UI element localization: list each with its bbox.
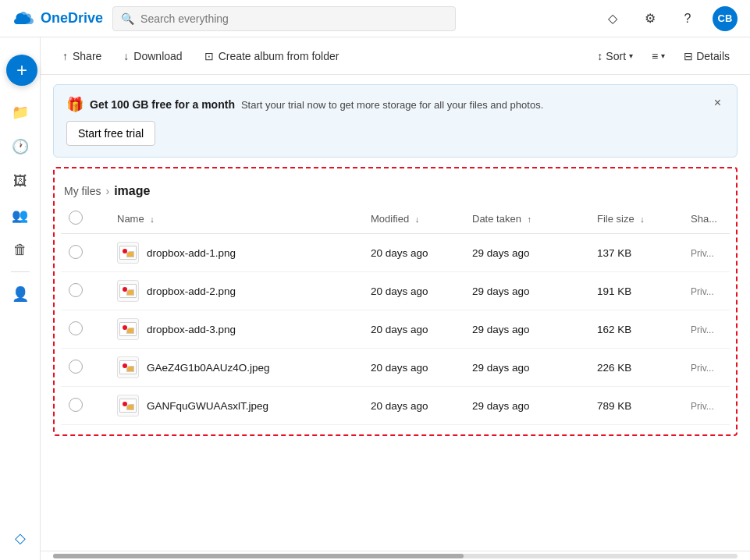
- banner-close-button[interactable]: ×: [711, 96, 724, 110]
- sidebar-item-shared[interactable]: 👥: [5, 200, 36, 231]
- file-thumbnail: [117, 395, 139, 416]
- file-area: My files › image Name: [41, 167, 750, 551]
- create-album-button[interactable]: ⊡ Create album from folder: [195, 45, 349, 67]
- row-name-cell: GAeZ4G1b0AAUz4O.jpeg: [109, 349, 363, 387]
- file-thumbnail: [117, 242, 139, 264]
- share-label: Share: [73, 50, 101, 62]
- select-all-col: [61, 204, 91, 234]
- table-row[interactable]: GANFquGWUAAsxlT.jpeg 20 days ago 29 days…: [61, 387, 730, 425]
- col-date-taken-label: Date taken: [472, 213, 521, 225]
- diamond-icon: ◇: [608, 11, 617, 26]
- row-checkbox[interactable]: [69, 283, 83, 297]
- start-trial-button[interactable]: Start free trial: [66, 121, 155, 146]
- row-filetype-cell: [91, 234, 109, 272]
- main-layout: + ⊞ 📁 🕐 🖼 👥 🗑 👤 ◇: [0, 37, 750, 560]
- sidebar-item-recycle[interactable]: 🗑: [5, 234, 36, 265]
- row-checkbox[interactable]: [69, 245, 83, 259]
- breadcrumb-separator: ›: [105, 185, 109, 197]
- promo-banner: 🎁 Get 100 GB free for a month Start your…: [53, 84, 738, 158]
- download-label: Download: [133, 50, 182, 62]
- table-row[interactable]: dropbox-add-3.png 20 days ago 29 days ag…: [61, 310, 730, 349]
- row-name-cell: dropbox-add-3.png: [109, 310, 363, 349]
- gift-icon: 🎁: [66, 96, 84, 113]
- breadcrumb-current: image: [114, 184, 150, 198]
- row-date-taken: 29 days ago: [464, 310, 589, 349]
- th-modified[interactable]: Modified ↓: [363, 204, 464, 234]
- file-name: dropbox-add-2.png: [147, 285, 236, 297]
- person-icon: 👤: [12, 285, 29, 303]
- sidebar-item-photos[interactable]: 🖼: [5, 165, 36, 197]
- avatar[interactable]: CB: [713, 6, 738, 31]
- table-row[interactable]: GAeZ4G1b0AAUz4O.jpeg 20 days ago 29 days…: [61, 349, 730, 387]
- content-area: ↑ Share ↓ Download ⊡ Create album from f…: [41, 37, 750, 560]
- search-box[interactable]: 🔍: [112, 6, 456, 31]
- file-thumbnail: [117, 280, 139, 302]
- file-thumbnail: [117, 318, 139, 340]
- sidebar-divider: [11, 271, 30, 272]
- sidebar-premium-button[interactable]: ◇: [5, 523, 36, 554]
- app-logo: OneDrive: [12, 10, 103, 27]
- download-button[interactable]: ↓ Download: [114, 45, 191, 67]
- premium-diamond-icon: ◇: [15, 530, 26, 547]
- row-filetype-cell: [91, 310, 109, 349]
- row-modified: 20 days ago: [363, 387, 464, 425]
- file-name: GANFquGWUAAsxlT.jpeg: [147, 400, 268, 412]
- onedrive-icon: [12, 11, 34, 27]
- new-button[interactable]: +: [6, 55, 37, 86]
- th-name[interactable]: Name ↓: [109, 204, 363, 234]
- topbar-actions: ◇ ⚙ ? CB: [600, 6, 738, 31]
- sort-icon: ↕: [597, 50, 602, 62]
- photos-icon: 🖼: [13, 173, 27, 190]
- sidebar-item-recent[interactable]: 🕐: [5, 131, 36, 162]
- scrollbar-thumb[interactable]: [53, 554, 464, 558]
- row-checkbox[interactable]: [69, 321, 83, 335]
- recycle-icon: 🗑: [13, 242, 27, 258]
- th-file-type: [91, 204, 109, 234]
- th-sharing[interactable]: Sha...: [683, 204, 730, 234]
- view-button[interactable]: ≡ ▾: [644, 45, 673, 67]
- col-sharing-label: Sha...: [691, 213, 717, 225]
- help-button[interactable]: ?: [675, 6, 700, 31]
- settings-button[interactable]: ⚙: [638, 6, 663, 31]
- sidebar-item-myfiles[interactable]: 📁: [5, 97, 36, 128]
- file-table: Name ↓ Modified ↓ Date taken ↑: [61, 204, 730, 425]
- th-date-taken[interactable]: Date taken ↑: [464, 204, 589, 234]
- row-date-taken: 29 days ago: [464, 234, 589, 272]
- row-file-size: 137 KB: [589, 234, 683, 272]
- row-file-size: 191 KB: [589, 272, 683, 310]
- horizontal-scrollbar[interactable]: [41, 551, 750, 560]
- details-button[interactable]: ⊟ Details: [676, 45, 738, 67]
- search-input[interactable]: [140, 12, 447, 25]
- row-filetype-cell: [91, 387, 109, 425]
- share-button[interactable]: ↑ Share: [53, 45, 111, 67]
- file-name: GAeZ4G1b0AAUz4O.jpeg: [147, 362, 270, 374]
- row-checkbox[interactable]: [69, 398, 83, 412]
- row-checkbox[interactable]: [69, 360, 83, 374]
- sort-button[interactable]: ↕ Sort ▾: [589, 45, 641, 67]
- premium-icon-button[interactable]: ◇: [600, 6, 625, 31]
- sort-label: Sort: [606, 50, 626, 62]
- date-taken-sort-arrow: ↑: [528, 214, 532, 224]
- row-sharing: Priv...: [683, 349, 730, 387]
- table-row[interactable]: dropbox-add-1.png 20 days ago 29 days ag…: [61, 234, 730, 272]
- sidebar-item-profile[interactable]: 👤: [5, 278, 36, 310]
- modified-sort-arrow: ↓: [415, 214, 420, 224]
- toolbar: ↑ Share ↓ Download ⊡ Create album from f…: [41, 37, 750, 75]
- row-checkbox-cell: [61, 387, 91, 425]
- th-file-size[interactable]: File size ↓: [589, 204, 683, 234]
- breadcrumb-parent[interactable]: My files: [64, 185, 101, 197]
- row-checkbox-cell: [61, 349, 91, 387]
- row-date-taken: 29 days ago: [464, 272, 589, 310]
- topbar: OneDrive 🔍 ◇ ⚙ ? CB: [0, 0, 750, 37]
- select-all-checkbox[interactable]: [69, 211, 83, 225]
- scrollbar-track: [53, 554, 738, 558]
- file-name: dropbox-add-1.png: [147, 247, 236, 259]
- col-file-size-label: File size: [597, 213, 634, 225]
- toolbar-right: ↕ Sort ▾ ≡ ▾ ⊟ Details: [589, 45, 738, 67]
- gear-icon: ⚙: [645, 11, 656, 26]
- album-icon: ⊡: [204, 50, 214, 62]
- row-file-size: 226 KB: [589, 349, 683, 387]
- row-sharing: Priv...: [683, 310, 730, 349]
- row-sharing: Priv...: [683, 234, 730, 272]
- table-row[interactable]: dropbox-add-2.png 20 days ago 29 days ag…: [61, 272, 730, 310]
